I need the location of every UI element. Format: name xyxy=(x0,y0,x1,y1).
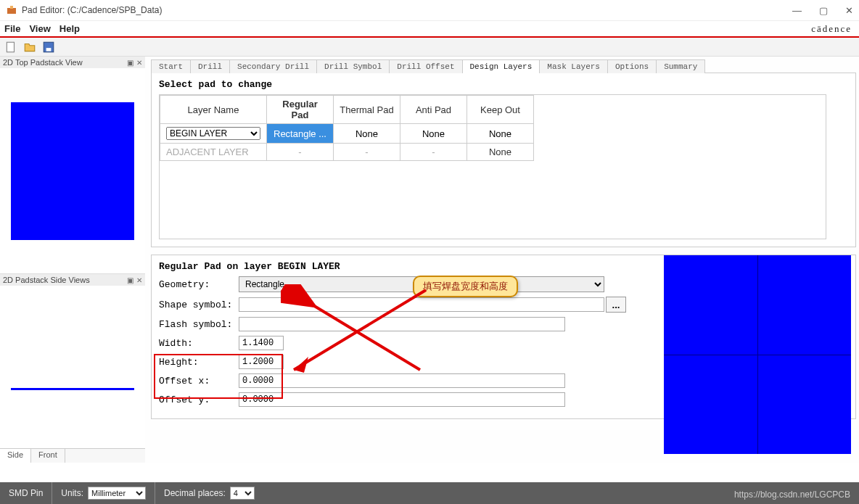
menu-help[interactable]: Help xyxy=(59,23,80,34)
tab-drill[interactable]: Drill xyxy=(190,59,230,73)
panel-top-title: 2D Top Padstack View ▣ ✕ xyxy=(0,57,145,68)
save-icon[interactable] xyxy=(42,41,55,54)
status-units-label: Units: xyxy=(61,488,83,498)
app-icon xyxy=(6,4,17,16)
pad-side-line xyxy=(11,388,134,390)
decimal-select[interactable]: 4 xyxy=(230,487,255,500)
label-offset-y: Offset y: xyxy=(159,394,239,405)
top-padstack-view[interactable] xyxy=(0,68,145,273)
undock-icon[interactable]: ▣ xyxy=(127,276,133,284)
label-flash-symbol: Flash symbol: xyxy=(159,319,239,330)
cell-anti-begin[interactable]: None xyxy=(400,124,467,144)
col-keep-out[interactable]: Keep Out xyxy=(467,96,534,124)
svg-rect-2 xyxy=(7,42,14,52)
minimize-button[interactable]: — xyxy=(792,5,802,16)
close-panel-icon[interactable]: ✕ xyxy=(136,59,142,67)
new-file-icon[interactable] xyxy=(4,41,17,54)
side-padstack-view[interactable] xyxy=(0,286,145,448)
regular-pad-group: Regular Pad on layer BEGIN LAYER Geometr… xyxy=(151,255,856,419)
pad-preview-2d xyxy=(11,102,134,240)
height-input[interactable] xyxy=(239,355,284,369)
shape-symbol-input[interactable] xyxy=(239,297,604,312)
tab-start[interactable]: Start xyxy=(151,59,191,73)
label-geometry: Geometry: xyxy=(159,279,239,290)
tab-options[interactable]: Options xyxy=(607,59,657,73)
layer-select-begin[interactable]: BEGIN LAYER xyxy=(166,127,260,140)
svg-rect-0 xyxy=(7,8,16,14)
tab-design-layers[interactable]: Design Layers xyxy=(462,59,541,73)
label-height: Height: xyxy=(159,357,239,368)
brand-logo: cādence xyxy=(811,23,852,35)
layer-adjacent[interactable]: ADJACENT LAYER xyxy=(160,144,267,161)
menubar: File View Help xyxy=(0,20,859,36)
svg-rect-4 xyxy=(46,48,52,51)
tab-mask-layers[interactable]: Mask Layers xyxy=(539,59,608,73)
cell-thermal-begin[interactable]: None xyxy=(334,124,400,144)
open-folder-icon[interactable] xyxy=(23,41,36,54)
select-pad-group: Select pad to change Layer Name Regular … xyxy=(151,73,856,247)
pad-layer-preview[interactable] xyxy=(664,255,851,454)
sidetab-front[interactable]: Front xyxy=(31,449,65,463)
offset-y-input[interactable] xyxy=(239,392,565,407)
flash-symbol-input[interactable] xyxy=(239,317,565,331)
close-panel-icon[interactable]: ✕ xyxy=(136,276,142,284)
undock-icon[interactable]: ▣ xyxy=(127,59,133,67)
width-input[interactable] xyxy=(239,336,284,350)
tab-drill-symbol[interactable]: Drill Symbol xyxy=(316,59,390,73)
select-pad-title: Select pad to change xyxy=(159,79,848,90)
tab-secondary-drill[interactable]: Secondary Drill xyxy=(229,59,317,73)
main-area: Start Drill Secondary Drill Drill Symbol… xyxy=(145,57,859,463)
maximize-button[interactable]: ▢ xyxy=(819,5,828,16)
units-select[interactable]: Millimeter xyxy=(88,487,146,500)
col-layer-name: Layer Name xyxy=(160,96,267,124)
label-shape-symbol: Shape symbol: xyxy=(159,299,239,310)
status-decimal-label: Decimal places: xyxy=(164,488,226,498)
col-thermal-pad[interactable]: Thermal Pad xyxy=(334,96,400,124)
sidetab-side[interactable]: Side xyxy=(0,449,31,463)
cell-keepout-begin[interactable]: None xyxy=(467,124,534,144)
watermark: https://blog.csdn.net/LGCPCB xyxy=(734,489,850,500)
main-tabs: Start Drill Secondary Drill Drill Symbol… xyxy=(151,59,856,73)
offset-x-input[interactable] xyxy=(239,373,565,388)
pad-table: Layer Name Regular Pad Thermal Pad Anti … xyxy=(159,94,826,239)
toolbar xyxy=(0,38,859,57)
annotation-callout: 填写焊盘宽度和高度 xyxy=(413,276,518,297)
col-anti-pad[interactable]: Anti Pad xyxy=(400,96,467,124)
col-regular-pad[interactable]: Regular Pad xyxy=(267,96,334,124)
svg-rect-1 xyxy=(10,6,13,9)
tab-summary[interactable]: Summary xyxy=(656,59,705,73)
status-smd: SMD Pin xyxy=(0,482,52,504)
close-button[interactable]: ✕ xyxy=(845,5,853,16)
tab-drill-offset[interactable]: Drill Offset xyxy=(389,59,462,73)
shape-browse-button[interactable]: ... xyxy=(606,297,626,313)
label-width: Width: xyxy=(159,338,239,349)
window-title: Pad Editor: (C:/Cadence/SPB_Data) xyxy=(22,5,792,15)
table-row: BEGIN LAYER Rectangle ... None None None xyxy=(160,124,534,144)
table-row: ADJACENT LAYER - - - None xyxy=(160,144,534,161)
window-titlebar: Pad Editor: (C:/Cadence/SPB_Data) — ▢ ✕ xyxy=(0,0,859,20)
panel-side-title: 2D Padstack Side Views ▣ ✕ xyxy=(0,274,145,286)
menu-view[interactable]: View xyxy=(29,23,50,34)
cell-regular-begin[interactable]: Rectangle ... xyxy=(267,124,334,144)
sidebar: 2D Top Padstack View ▣ ✕ 2D Padstack Sid… xyxy=(0,57,145,463)
menu-file[interactable]: File xyxy=(4,23,20,34)
label-offset-x: Offset x: xyxy=(159,376,239,387)
statusbar: SMD Pin Units: Millimeter Decimal places… xyxy=(0,482,859,504)
